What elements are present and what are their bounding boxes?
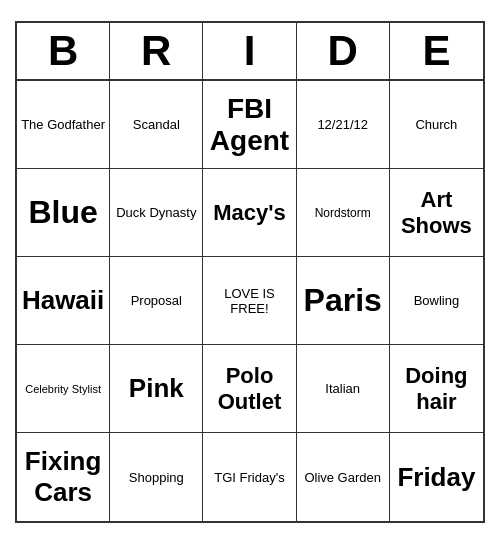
cell-6: Duck Dynasty <box>110 169 203 257</box>
bingo-grid: The Godfather Scandal FBI Agent 12/21/12… <box>17 81 483 521</box>
header-r: R <box>110 23 203 79</box>
cell-20: Fixing Cars <box>17 433 110 521</box>
cell-19: Doing hair <box>390 345 483 433</box>
cell-13: Paris <box>297 257 390 345</box>
cell-0: The Godfather <box>17 81 110 169</box>
header-d: D <box>297 23 390 79</box>
cell-4: Church <box>390 81 483 169</box>
cell-14: Bowling <box>390 257 483 345</box>
cell-7: Macy's <box>203 169 296 257</box>
cell-15: Celebrity Stylist <box>17 345 110 433</box>
cell-18: Italian <box>297 345 390 433</box>
cell-23: Olive Garden <box>297 433 390 521</box>
cell-3: 12/21/12 <box>297 81 390 169</box>
cell-21: Shopping <box>110 433 203 521</box>
cell-1: Scandal <box>110 81 203 169</box>
cell-22: TGI Friday's <box>203 433 296 521</box>
cell-11: Proposal <box>110 257 203 345</box>
cell-8: Nordstorm <box>297 169 390 257</box>
header-e: E <box>390 23 483 79</box>
cell-2: FBI Agent <box>203 81 296 169</box>
cell-10: Hawaii <box>17 257 110 345</box>
cell-24: Friday <box>390 433 483 521</box>
header-i: I <box>203 23 296 79</box>
cell-5: Blue <box>17 169 110 257</box>
cell-9: Art Shows <box>390 169 483 257</box>
bingo-card: B R I D E The Godfather Scandal FBI Agen… <box>15 21 485 523</box>
header-b: B <box>17 23 110 79</box>
cell-17: Polo Outlet <box>203 345 296 433</box>
bingo-header: B R I D E <box>17 23 483 81</box>
cell-12: LOVE IS FREE! <box>203 257 296 345</box>
cell-16: Pink <box>110 345 203 433</box>
